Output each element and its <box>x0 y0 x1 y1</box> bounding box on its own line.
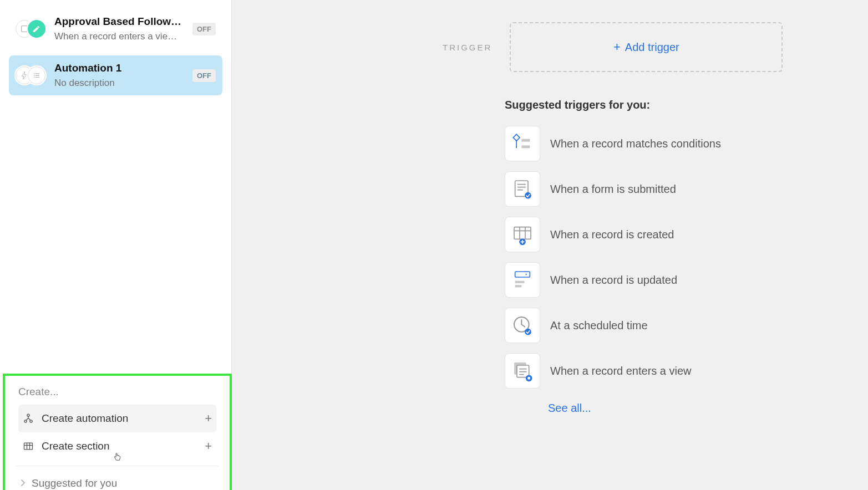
automation-icon-stack <box>16 63 47 88</box>
svg-rect-0 <box>22 26 28 32</box>
svg-point-1 <box>27 414 29 416</box>
trigger-option-label: When a record is created <box>550 228 674 241</box>
trigger-option-record-created[interactable]: When a record is created <box>505 217 813 252</box>
create-panel: Create... Create automation + Create sec… <box>3 374 232 490</box>
automation-description: When a record enters a vie… <box>54 31 185 42</box>
trigger-option-matches-conditions[interactable]: When a record matches conditions <box>505 126 813 161</box>
section-grid-icon <box>23 441 34 452</box>
trigger-option-enters-view[interactable]: When a record enters a view <box>505 353 813 389</box>
list-icon <box>28 67 45 84</box>
create-section-row[interactable]: Create section + <box>18 432 216 460</box>
add-trigger-button[interactable]: + Add trigger <box>510 22 783 72</box>
plus-icon: + <box>613 40 621 54</box>
trigger-option-scheduled-time[interactable]: At a scheduled time <box>505 308 813 343</box>
table-plus-icon <box>505 217 540 252</box>
svg-point-9 <box>525 192 531 199</box>
pencil-icon <box>28 20 45 38</box>
create-automation-row[interactable]: Create automation + <box>18 405 216 432</box>
sidebar: Approval Based Follow… When a record ent… <box>0 0 232 490</box>
suggested-triggers-heading: Suggested triggers for you: <box>505 99 813 111</box>
svg-rect-4 <box>24 443 33 450</box>
svg-rect-14 <box>515 285 522 287</box>
svg-point-20 <box>527 377 530 380</box>
trigger-option-label: When a form is submitted <box>550 183 676 196</box>
svg-rect-10 <box>514 227 531 239</box>
main-panel: TRIGGER + Add trigger Suggested triggers… <box>232 0 868 490</box>
plus-icon: + <box>205 439 212 453</box>
trigger-option-label: When a record is updated <box>550 274 677 287</box>
automation-icon-stack <box>16 17 47 41</box>
automation-title: Approval Based Follow… <box>54 16 185 28</box>
clock-check-icon <box>505 308 540 343</box>
create-section-label: Create section <box>42 440 197 452</box>
automation-item-selected[interactable]: Automation 1 No description OFF <box>9 55 222 95</box>
trigger-option-label: When a record matches conditions <box>550 137 721 150</box>
form-check-icon <box>505 171 540 207</box>
suggested-label: Suggested for you <box>32 477 117 489</box>
svg-point-16 <box>525 329 531 335</box>
automation-title: Automation 1 <box>54 62 185 74</box>
see-all-link[interactable]: See all... <box>548 402 813 415</box>
automation-description: No description <box>54 78 185 89</box>
svg-rect-6 <box>521 139 530 142</box>
plus-icon: + <box>205 411 212 426</box>
record-field-icon <box>505 262 540 298</box>
divider <box>16 466 219 466</box>
svg-rect-7 <box>521 145 530 148</box>
automation-text: Approval Based Follow… When a record ent… <box>54 16 185 42</box>
automation-flow-icon <box>23 413 34 424</box>
automation-item[interactable]: Approval Based Follow… When a record ent… <box>9 9 222 49</box>
view-stack-icon <box>505 353 540 389</box>
create-automation-label: Create automation <box>42 412 197 425</box>
trigger-section-label: TRIGGER <box>443 43 492 52</box>
trigger-row: TRIGGER + Add trigger <box>443 22 813 72</box>
automation-text: Automation 1 No description <box>54 62 185 89</box>
chevron-right-icon <box>21 479 26 488</box>
add-trigger-label: Add trigger <box>625 41 679 54</box>
suggested-for-you-row[interactable]: Suggested for you <box>18 472 216 490</box>
conditions-flow-icon <box>505 126 540 161</box>
trigger-option-record-updated[interactable]: When a record is updated <box>505 262 813 298</box>
status-badge: OFF <box>192 69 216 82</box>
trigger-option-label: When a record enters a view <box>550 365 692 377</box>
status-badge: OFF <box>192 23 216 35</box>
trigger-option-label: At a scheduled time <box>550 319 648 332</box>
create-heading: Create... <box>18 386 216 398</box>
trigger-option-form-submitted[interactable]: When a form is submitted <box>505 171 813 207</box>
svg-rect-13 <box>515 281 525 283</box>
svg-rect-12 <box>515 272 530 277</box>
svg-rect-5 <box>513 134 520 141</box>
automation-list: Approval Based Follow… When a record ent… <box>0 0 231 104</box>
